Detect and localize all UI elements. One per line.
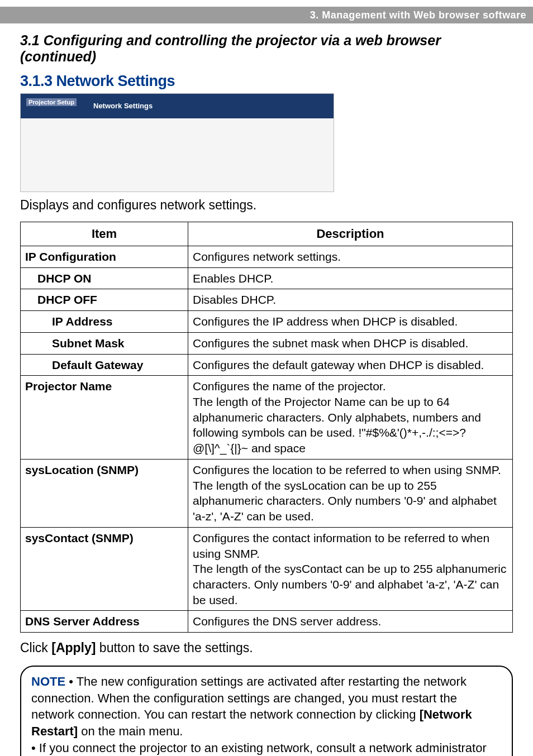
desc-cell: Configures the DNS server address. — [188, 611, 513, 633]
item-cell: Default Gateway — [21, 354, 188, 376]
apply-prefix: Click — [20, 640, 51, 655]
table-row: sysLocation (SNMP)Configures the locatio… — [21, 459, 513, 527]
apply-suffix: button to save the settings. — [96, 640, 253, 655]
desc-cell: Configures the location to be referred t… — [188, 459, 513, 527]
table-header-row: Item Description — [21, 222, 513, 246]
item-label: sysLocation (SNMP) — [25, 463, 139, 476]
network-settings-screenshot: Projector Setup Network Settings — [20, 93, 334, 192]
desc-cell: Configures the contact information to be… — [188, 527, 513, 611]
table-row: Subnet MaskConfigures the subnet mask wh… — [21, 332, 513, 354]
settings-table: Item Description IP ConfigurationConfigu… — [20, 222, 513, 633]
item-label: DHCP OFF — [37, 293, 97, 306]
section-title: 3.1 Configuring and controlling the proj… — [20, 32, 513, 65]
note-label: NOTE — [31, 674, 65, 688]
intro-description: Displays and configures network settings… — [20, 198, 513, 213]
item-label: DHCP ON — [37, 272, 91, 285]
breadcrumb-bar: 3. Management with Web browser software — [0, 7, 533, 23]
apply-button-label: [Apply] — [51, 640, 96, 655]
note-box: NOTE • The new configuration settings ar… — [20, 666, 513, 756]
item-label: IP Configuration — [25, 250, 116, 263]
table-row: Default GatewayConfigures the default ga… — [21, 354, 513, 376]
item-cell: DNS Server Address — [21, 611, 188, 633]
desc-cell: Configures the subnet mask when DHCP is … — [188, 332, 513, 354]
item-label: Default Gateway — [52, 358, 143, 371]
item-cell: IP Address — [21, 311, 188, 333]
note-body2: • If you connect the projector to an exi… — [31, 741, 487, 756]
th-item: Item — [21, 222, 188, 246]
table-row: DNS Server AddressConfigures the DNS ser… — [21, 611, 513, 633]
item-label: sysContact (SNMP) — [25, 532, 134, 544]
table-row: sysContact (SNMP)Configures the contact … — [21, 527, 513, 611]
item-cell: Projector Name — [21, 376, 188, 460]
table-row: Projector NameConfigures the name of the… — [21, 376, 513, 460]
desc-cell: Disables DHCP. — [188, 289, 513, 311]
desc-cell: Configures network settings. — [188, 246, 513, 268]
item-label: IP Address — [52, 315, 113, 328]
table-row: DHCP OFFDisables DHCP. — [21, 289, 513, 311]
desc-cell: Enables DHCP. — [188, 267, 513, 289]
table-row: IP AddressConfigures the IP address when… — [21, 311, 513, 333]
table-row: DHCP ONEnables DHCP. — [21, 267, 513, 289]
item-cell: sysContact (SNMP) — [21, 527, 188, 611]
screenshot-window-title: Network Settings — [93, 102, 153, 110]
item-cell: sysLocation (SNMP) — [21, 459, 188, 527]
item-label: DNS Server Address — [25, 615, 140, 628]
item-label: Subnet Mask — [52, 337, 125, 350]
th-desc: Description — [188, 222, 513, 246]
item-cell: Subnet Mask — [21, 332, 188, 354]
subsection-title: 3.1.3 Network Settings — [20, 73, 513, 90]
apply-instruction: Click [Apply] button to save the setting… — [20, 640, 513, 655]
breadcrumb-text: 3. Management with Web browser software — [310, 9, 526, 21]
item-cell: DHCP OFF — [21, 289, 188, 311]
item-cell: IP Configuration — [21, 246, 188, 268]
table-row: IP ConfigurationConfigures network setti… — [21, 246, 513, 268]
desc-cell: Configures the name of the projector. Th… — [188, 376, 513, 460]
screenshot-status-label: Projector Setup — [26, 98, 77, 106]
item-cell: DHCP ON — [21, 267, 188, 289]
item-label: Projector Name — [25, 380, 112, 393]
desc-cell: Configures the default gateway when DHCP… — [188, 354, 513, 376]
note-body1-suffix: on the main menu. — [78, 724, 183, 738]
note-body1: • The new configuration settings are act… — [31, 674, 467, 721]
desc-cell: Configures the IP address when DHCP is d… — [188, 311, 513, 333]
